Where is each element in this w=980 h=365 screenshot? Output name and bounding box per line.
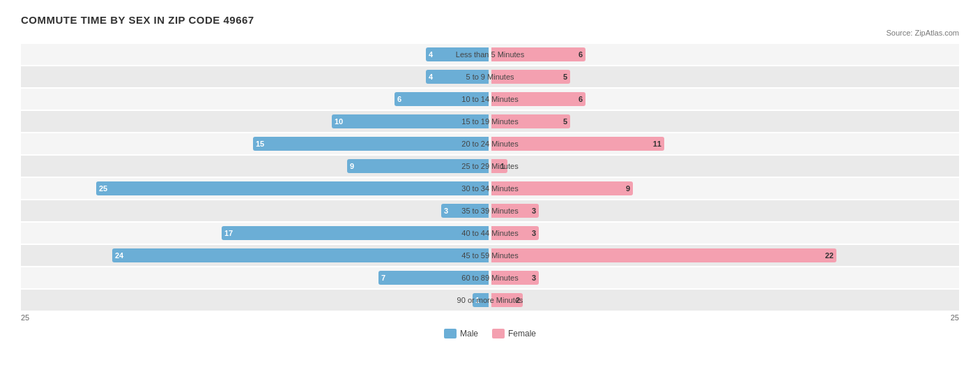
right-side: 6 xyxy=(490,89,959,110)
left-side: 4 xyxy=(21,66,490,87)
legend-male-box xyxy=(444,329,457,338)
left-side: 6 xyxy=(21,89,490,110)
male-value: 4 xyxy=(429,50,433,59)
female-bar: 9 xyxy=(491,181,633,195)
right-side: 5 xyxy=(490,111,959,132)
male-bar: 24 xyxy=(112,248,489,262)
male-bar: 3 xyxy=(441,204,489,218)
bar-row: 610 to 14 Minutes6 xyxy=(21,89,959,110)
male-value: 7 xyxy=(381,274,385,282)
male-bar: 4 xyxy=(426,47,489,61)
chart-title: COMMUTE TIME BY SEX IN ZIP CODE 49667 xyxy=(21,14,959,26)
male-bar: 17 xyxy=(222,226,489,240)
male-bar: 9 xyxy=(347,159,489,173)
bar-row: 2530 to 34 Minutes9 xyxy=(21,178,959,199)
bar-row: 1740 to 44 Minutes3 xyxy=(21,223,959,244)
axis-row: 25 25 xyxy=(21,313,959,322)
legend-male: Male xyxy=(444,329,478,338)
right-side: 2 xyxy=(490,290,959,311)
female-bar: 6 xyxy=(491,47,585,61)
female-bar: 1 xyxy=(491,159,507,173)
left-side: 9 xyxy=(21,156,490,177)
bar-row: 190 or more Minutes2 xyxy=(21,290,959,311)
right-side: 1 xyxy=(490,156,959,177)
axis-left: 25 xyxy=(21,313,29,322)
bar-row: 760 to 89 Minutes3 xyxy=(21,267,959,288)
male-bar: 15 xyxy=(253,137,489,151)
male-bar: 10 xyxy=(332,114,489,128)
female-bar: 5 xyxy=(491,114,570,128)
left-side: 3 xyxy=(21,200,490,221)
right-side: 5 xyxy=(490,66,959,87)
chart-area: 4Less than 5 Minutes645 to 9 Minutes5610… xyxy=(21,44,959,311)
bar-row: 335 to 39 Minutes3 xyxy=(21,200,959,221)
female-bar: 3 xyxy=(491,226,539,240)
source-line: Source: ZipAtlas.com xyxy=(21,29,959,37)
female-value: 9 xyxy=(626,184,630,193)
female-value: 3 xyxy=(532,207,536,215)
left-side: 1 xyxy=(21,290,490,311)
male-value: 24 xyxy=(115,251,123,260)
male-bar: 1 xyxy=(473,293,489,307)
bar-row: 1015 to 19 Minutes5 xyxy=(21,111,959,132)
right-side: 9 xyxy=(490,178,959,199)
female-bar: 22 xyxy=(491,248,836,262)
female-value: 1 xyxy=(500,162,505,170)
bar-row: 2445 to 59 Minutes22 xyxy=(21,245,959,266)
left-side: 7 xyxy=(21,267,490,288)
right-side: 11 xyxy=(490,133,959,154)
female-value: 5 xyxy=(563,117,567,126)
legend-female-box xyxy=(492,329,505,338)
right-side: 6 xyxy=(490,44,959,65)
male-value: 17 xyxy=(224,229,233,237)
male-bar: 4 xyxy=(426,70,489,84)
legend-female: Female xyxy=(492,329,536,338)
male-bar: 25 xyxy=(96,181,489,195)
female-value: 3 xyxy=(532,274,536,282)
left-side: 25 xyxy=(21,178,490,199)
male-value: 10 xyxy=(335,117,343,126)
female-bar: 6 xyxy=(491,92,585,106)
legend-female-label: Female xyxy=(508,329,536,338)
female-value: 22 xyxy=(825,251,834,260)
male-value: 3 xyxy=(444,207,448,215)
female-value: 6 xyxy=(579,95,583,103)
right-side: 3 xyxy=(490,200,959,221)
legend-male-label: Male xyxy=(460,329,478,338)
left-side: 17 xyxy=(21,223,490,244)
bar-row: 4Less than 5 Minutes6 xyxy=(21,44,959,65)
male-value: 25 xyxy=(99,184,107,193)
left-side: 15 xyxy=(21,133,490,154)
axis-right: 25 xyxy=(951,313,959,322)
female-value: 3 xyxy=(532,229,536,237)
female-bar: 3 xyxy=(491,271,539,285)
legend: Male Female xyxy=(21,329,959,338)
male-value: 15 xyxy=(256,140,264,148)
left-side: 4 xyxy=(21,44,490,65)
male-value: 6 xyxy=(397,95,401,103)
female-bar: 5 xyxy=(491,70,570,84)
left-side: 10 xyxy=(21,111,490,132)
left-side: 24 xyxy=(21,245,490,266)
right-side: 22 xyxy=(490,245,959,266)
male-bar: 7 xyxy=(378,271,489,285)
female-bar: 11 xyxy=(491,137,664,151)
female-bar: 3 xyxy=(491,204,539,218)
male-value: 9 xyxy=(350,162,354,170)
right-side: 3 xyxy=(490,223,959,244)
bar-row: 925 to 29 Minutes1 xyxy=(21,156,959,177)
bar-row: 45 to 9 Minutes5 xyxy=(21,66,959,87)
right-side: 3 xyxy=(490,267,959,288)
female-value: 11 xyxy=(653,140,661,148)
female-value: 5 xyxy=(563,73,567,81)
female-bar: 2 xyxy=(491,293,523,307)
male-value: 4 xyxy=(429,73,433,81)
bar-row: 1520 to 24 Minutes11 xyxy=(21,133,959,154)
male-bar: 6 xyxy=(395,92,489,106)
female-value: 2 xyxy=(516,296,520,304)
male-value: 1 xyxy=(475,296,480,304)
female-value: 6 xyxy=(579,50,583,59)
